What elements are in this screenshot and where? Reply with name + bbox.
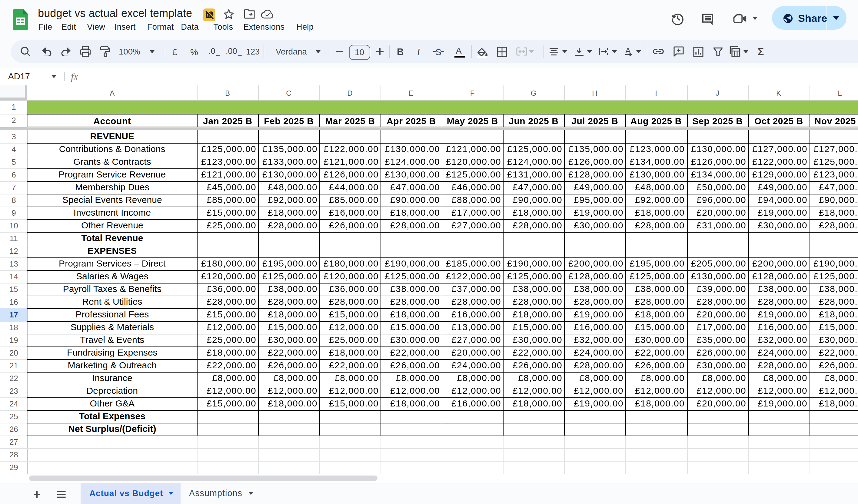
svg-text:A: A xyxy=(625,47,631,55)
